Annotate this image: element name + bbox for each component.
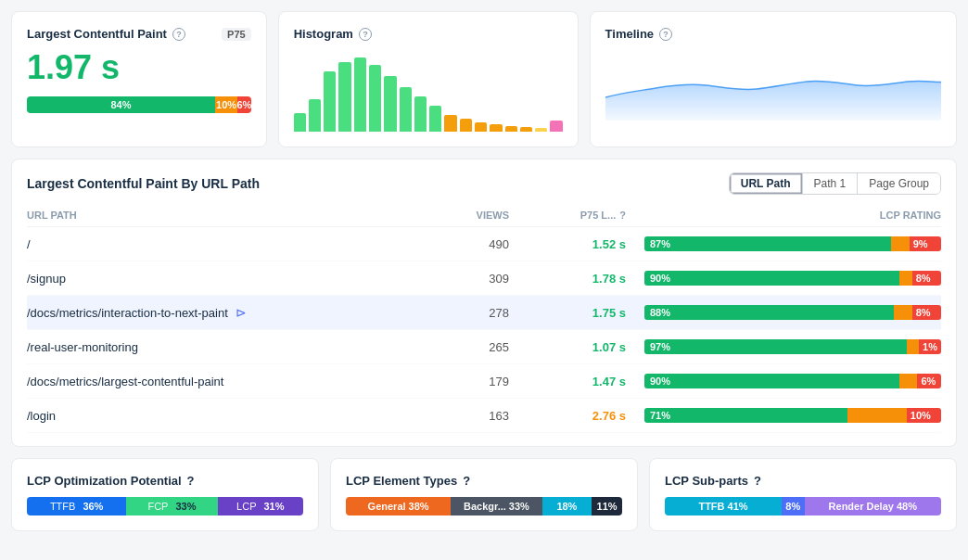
table-row[interactable]: /signup3091.78 s90%8% <box>27 261 941 296</box>
histogram-title-text: Histogram <box>294 27 353 41</box>
p75-cell: 1.52 s <box>524 237 644 251</box>
tab-page-group[interactable]: Page Group <box>858 173 940 194</box>
col-headers: URL PATH VIEWS P75 L... ? LCP RATING <box>27 206 941 227</box>
rating-cell: 97%1% <box>644 339 941 354</box>
histogram-bar <box>414 96 427 132</box>
elt-18: 18% <box>542 497 592 515</box>
timeline-title: Timeline ? <box>605 27 941 41</box>
p75-cell: 1.75 s <box>524 306 644 320</box>
table-row[interactable]: /docs/metrics/largest-contentful-paint17… <box>27 364 941 399</box>
views-cell: 309 <box>440 272 524 286</box>
p75-cell: 1.78 s <box>524 272 644 286</box>
timeline-chart <box>605 56 941 121</box>
element-types-title: LCP Element Types ? <box>346 474 622 488</box>
views-cell: 163 <box>440 409 524 423</box>
lcp-bar-orange: 10% <box>215 96 237 113</box>
histogram-bar <box>369 65 381 132</box>
histogram-bar <box>490 124 502 132</box>
rating-bar: 97%1% <box>644 339 941 354</box>
histogram-title: Histogram ? <box>294 27 563 41</box>
histogram-bar <box>460 119 472 132</box>
histogram-bar <box>429 106 441 132</box>
rating-cell: 90%6% <box>644 374 941 388</box>
histogram-bar <box>444 115 456 132</box>
path-cell: /docs/metrics/interaction-to-next-paint⊳ <box>27 305 440 320</box>
histogram-bar <box>535 128 547 132</box>
optimization-bar: TTFB36% FCP33% LCP31% <box>27 497 303 515</box>
histogram-bar <box>354 57 366 132</box>
optimization-help-icon[interactable]: ? <box>187 474 195 488</box>
element-types-card: LCP Element Types ? General38% Backgr...… <box>330 458 638 531</box>
rating-cell: 87%9% <box>644 236 941 251</box>
col-views: VIEWS <box>440 210 524 221</box>
table-header: Largest Contentful Paint By URL Path URL… <box>27 172 941 195</box>
filter-icon[interactable]: ⊳ <box>236 305 247 320</box>
histogram-bar <box>294 113 306 132</box>
table-title: Largest Contentful Paint By URL Path <box>27 176 260 191</box>
rating-bar: 88%8% <box>644 305 941 320</box>
table-section: Largest Contentful Paint By URL Path URL… <box>11 159 957 447</box>
timeline-help-icon[interactable]: ? <box>659 28 672 41</box>
rating-bar: 87%9% <box>644 236 941 251</box>
tab-path1[interactable]: Path 1 <box>803 173 859 194</box>
lcp-title-text: Largest Contentful Paint <box>27 27 167 41</box>
rating-cell: 88%8% <box>644 305 941 320</box>
tab-group: URL Path Path 1 Page Group <box>729 172 941 195</box>
views-cell: 490 <box>440 237 524 251</box>
elt-backgr: Backgr...33% <box>451 497 541 515</box>
bottom-row: LCP Optimization Potential ? TTFB36% FCP… <box>0 458 968 542</box>
histogram-bar <box>338 62 350 132</box>
tab-url-path[interactable]: URL Path <box>730 173 803 194</box>
histogram-bar <box>505 126 517 132</box>
col-p75: P75 L... ? <box>524 210 644 221</box>
sub-ttfb: TTFB41% <box>665 497 782 515</box>
lcp-progress-bar: 84% 10% 6% <box>27 96 251 113</box>
element-types-bar: General38% Backgr...33% 18% 11% <box>346 497 622 515</box>
sub-parts-title: LCP Sub-parts ? <box>665 474 941 488</box>
table-row[interactable]: /real-user-monitoring2651.07 s97%1% <box>27 330 941 364</box>
views-cell: 278 <box>440 306 524 320</box>
opt-ttfb: TTFB36% <box>27 497 126 515</box>
table-row[interactable]: /4901.52 s87%9% <box>27 227 941 261</box>
rating-bar: 90%6% <box>644 374 941 388</box>
path-cell: / <box>27 237 440 251</box>
p75-cell: 2.76 s <box>524 409 644 423</box>
sub-render-delay: Render Delay48% <box>805 497 941 515</box>
sub-parts-help-icon[interactable]: ? <box>754 474 761 488</box>
elt-general: General38% <box>346 497 451 515</box>
histogram-bar <box>550 121 562 132</box>
table-row[interactable]: /login1632.76 s71%10% <box>27 399 941 433</box>
lcp-bar-red: 6% <box>237 96 250 113</box>
timeline-card: Timeline ? <box>590 11 957 147</box>
opt-fcp: FCP33% <box>126 497 217 515</box>
rating-cell: 71%10% <box>644 408 941 423</box>
sub-parts-bar: TTFB41% 8% Render Delay48% <box>665 497 941 515</box>
p75-cell: 1.47 s <box>524 375 644 388</box>
lcp-bar-green: 84% <box>27 96 215 113</box>
table-row[interactable]: /docs/metrics/interaction-to-next-paint⊳… <box>27 296 941 330</box>
optimization-title: LCP Optimization Potential ? <box>27 474 303 488</box>
table-rows: /4901.52 s87%9%/signup3091.78 s90%8%/doc… <box>27 227 941 433</box>
lcp-title: Largest Contentful Paint ? P75 <box>27 27 251 41</box>
views-cell: 179 <box>440 375 524 388</box>
p75-help-icon[interactable]: ? <box>619 210 626 221</box>
path-cell: /signup <box>27 272 440 286</box>
timeline-title-text: Timeline <box>605 27 655 41</box>
histogram-bar <box>309 99 321 132</box>
histogram-bar <box>400 87 412 132</box>
col-url-path: URL PATH <box>27 210 440 221</box>
views-cell: 265 <box>440 340 524 354</box>
path-cell: /real-user-monitoring <box>27 340 440 354</box>
rating-cell: 90%8% <box>644 271 941 286</box>
sub-parts-card: LCP Sub-parts ? TTFB41% 8% Render Delay4… <box>649 458 957 531</box>
element-types-help-icon[interactable]: ? <box>463 474 470 488</box>
histogram-bar <box>384 76 396 132</box>
sub-8: 8% <box>782 497 805 515</box>
lcp-help-icon[interactable]: ? <box>172 28 185 41</box>
histogram-bar <box>324 71 336 132</box>
lcp-p75-badge: P75 <box>222 28 251 41</box>
histogram-bars <box>294 48 563 132</box>
rating-bar: 90%8% <box>644 271 941 286</box>
histogram-help-icon[interactable]: ? <box>359 28 372 41</box>
histogram-bar <box>475 122 487 132</box>
